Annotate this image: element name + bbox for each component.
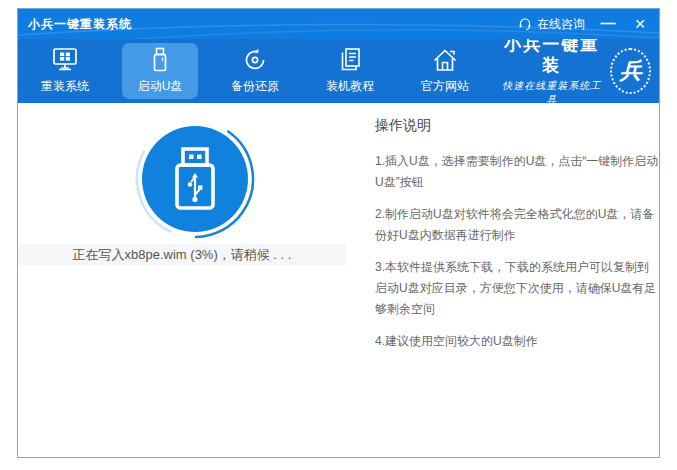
restore-icon [241,47,269,73]
nav-label: 启动U盘 [138,78,183,95]
nav-label: 备份还原 [231,78,279,95]
nav-tab-tutorial[interactable]: 装机教程 [312,43,388,99]
monitor-icon [51,47,79,73]
brand-logo-glyph: 兵 [620,56,642,86]
nav-tab-backup-restore[interactable]: 备份还原 [217,43,293,99]
brand-logo-icon: 兵 [610,48,651,94]
nav-tab-official-website[interactable]: 官方网站 [407,43,483,99]
minimize-button[interactable]: — [599,15,617,33]
brand-title: 小兵一键重装 [502,35,601,76]
instruction-item-2: 2.制作启动U盘对软件将会完全格式化您的U盘，请备份好U盘内数据再进行制作 [375,204,659,246]
brand-text: 小兵一键重装 快速在线重装系统工具 [502,35,601,107]
instruction-item-1: 1.插入U盘，选择需要制作的U盘，点击“一键制作启动U盘”按钮 [375,151,659,193]
content-area: 正在写入xb8pe.wim (3%)，请稍候 . . . 操作说明 1.插入U盘… [18,103,659,456]
titlebar-controls: 在线咨询 — ✕ [518,15,649,33]
instructions-title: 操作说明 [375,117,659,135]
progress-status-bar: 正在写入xb8pe.wim (3%)，请稍候 . . . [18,244,346,265]
app-window: 小兵一键重装系统 在线咨询 — ✕ [17,8,660,458]
online-service-button[interactable]: 在线咨询 [518,16,585,33]
brand-block: 小兵一键重装 快速在线重装系统工具 兵 [502,35,651,107]
desktop-background: 小兵一键重装系统 在线咨询 — ✕ [0,0,677,470]
home-icon [431,47,459,73]
online-service-label: 在线咨询 [537,16,585,33]
nav-tab-reinstall-system[interactable]: 重装系统 [27,43,103,99]
tutorial-icon [336,47,364,73]
instruction-item-3: 3.本软件提供系统下载，下载的系统用户可以复制到启动U盘对应目录，方便您下次使用… [375,257,659,320]
window-title: 小兵一键重装系统 [28,16,132,33]
nav-label: 官方网站 [421,78,469,95]
nav-label: 重装系统 [41,78,89,95]
instructions-panel: 操作说明 1.插入U盘，选择需要制作的U盘，点击“一键制作启动U盘”按钮 2.制… [375,117,659,363]
progress-status-text: 正在写入xb8pe.wim (3%)，请稍候 . . . [73,246,292,264]
instruction-item-4: 4.建议使用空间较大的U盘制作 [375,331,659,352]
main-nav: 重装系统 启动U盘 备份还原 [18,39,659,103]
usb-drive-icon [146,47,174,73]
close-button[interactable]: ✕ [631,15,649,33]
headset-icon [518,17,532,31]
nav-tab-boot-usb[interactable]: 启动U盘 [122,43,198,99]
usb-flash-drive-icon [168,146,222,212]
usb-progress-circle [142,126,248,232]
titlebar: 小兵一键重装系统 在线咨询 — ✕ [18,9,659,39]
nav-label: 装机教程 [326,78,374,95]
